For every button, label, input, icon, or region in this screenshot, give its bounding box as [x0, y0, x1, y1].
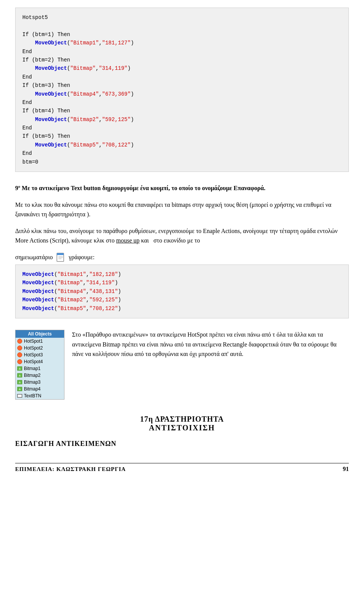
notepad-row: σημειωματάριο γράφουμε: [15, 252, 349, 262]
panel-label: Bitmap2 [24, 373, 41, 378]
svg-point-8 [17, 359, 22, 364]
hotspot-icon [17, 352, 22, 357]
panel-label: TextBTN [24, 393, 41, 398]
svg-point-5 [17, 339, 22, 343]
bitmap-icon [17, 366, 22, 371]
panel-label: Bitmap4 [24, 386, 41, 392]
svg-rect-1 [57, 253, 64, 255]
panel-label: HotSpot2 [24, 345, 43, 351]
code-title: Hotspot5 [22, 14, 48, 20]
code-block-1: Hotspot5 If (btm=1) Then MoveObject("Bit… [15, 8, 349, 172]
hotspot-icon [17, 345, 22, 351]
grafоume-label: γράφουμε: [69, 252, 94, 262]
panel-item-bitmap4: Bitmap4 [16, 386, 64, 392]
panel-item-hotspot1: HotSpot1 [16, 338, 64, 345]
code-block-2: MoveObject("Bitmap1","182,128") MoveObje… [15, 265, 349, 318]
panel-item-bitmap2: Bitmap2 [16, 372, 64, 379]
code-line: If (btm=1) Then MoveObject("Bitmap1","18… [22, 31, 134, 165]
panel-label: Bitmap1 [24, 366, 41, 371]
section-header: 17η ΔΡΑΣΤΗΡΙΟΤΗΤΑ ΑΝΤΙΣΤΟΙΧΙΣΗ [15, 415, 349, 432]
panel-title: All Objects [16, 330, 64, 338]
panel-item-bitmap1: Bitmap1 [16, 365, 64, 372]
svg-rect-17 [17, 394, 22, 397]
para-9b: Με το κλικ που θα κάνουμε πάνω στο κουμπ… [15, 200, 349, 219]
subtitle-label: ΑΝΤΙΣΤΟΙΧΙΣΗ [15, 424, 349, 432]
panel-label: Bitmap3 [24, 380, 41, 385]
panel-item-hotspot4: HotSpot4 [16, 358, 64, 365]
para-double-click: Διπλό κλικ πάνω του, ανοίγουμε το παράθυ… [15, 226, 349, 246]
hotspot-icon [17, 359, 22, 364]
panel-item-hotspot3: HotSpot3 [16, 351, 64, 358]
simeiwmatario-label: σημειωματάριο [15, 252, 53, 262]
footer-left: ΕΠΙΜΕΛΕΙΑ: ΚΛΩΣΤΡΑΚΗ ΓΕΩΡΓΙΑ [15, 466, 126, 472]
panel-label: HotSpot1 [24, 339, 43, 344]
panel-label: HotSpot4 [24, 359, 43, 364]
footer-right: 91 [343, 466, 349, 472]
para-9: 9º Με το αντικείμενο Text button δημιουρ… [15, 183, 349, 193]
panel-item-bitmap3: Bitmap3 [16, 379, 64, 386]
svg-point-7 [17, 353, 22, 357]
hotspot-icon [17, 339, 22, 344]
footer: ΕΠΙΜΕΛΕΙΑ: ΚΛΩΣΤΡΑΚΗ ΓΕΩΡΓΙΑ 91 [15, 463, 349, 472]
mouse-up-text: mouse up [116, 237, 140, 244]
bitmap-icon [17, 380, 22, 385]
bitmap-icon [17, 386, 22, 392]
panel-item-textbtn: TextBTN [16, 392, 64, 399]
panel-prose: Στο «Παράθυρο αντικειμένων» τα αντικείμε… [72, 330, 349, 359]
rect-icon [17, 393, 22, 398]
objects-panel: All Objects HotSpot1 HotSpot2 HotSpot3 H… [15, 330, 64, 400]
bitmap-icon [17, 373, 22, 378]
activity-label: 17η ΔΡΑΣΤΗΡΙΟΤΗΤΑ [15, 415, 349, 424]
para-9-bold: 9º Με το αντικείμενο Text button δημιουρ… [15, 185, 265, 191]
section-title: ΕΙΣΑΓΩΓΗ ΑΝΤΙΚΕΙΜΕΝΩΝ [15, 440, 349, 448]
svg-point-6 [17, 346, 22, 350]
panel-item-hotspot2: HotSpot2 [16, 345, 64, 351]
panel-label: HotSpot3 [24, 352, 43, 357]
notepad-icon [56, 252, 66, 262]
objects-section: All Objects HotSpot1 HotSpot2 HotSpot3 H… [15, 330, 349, 400]
